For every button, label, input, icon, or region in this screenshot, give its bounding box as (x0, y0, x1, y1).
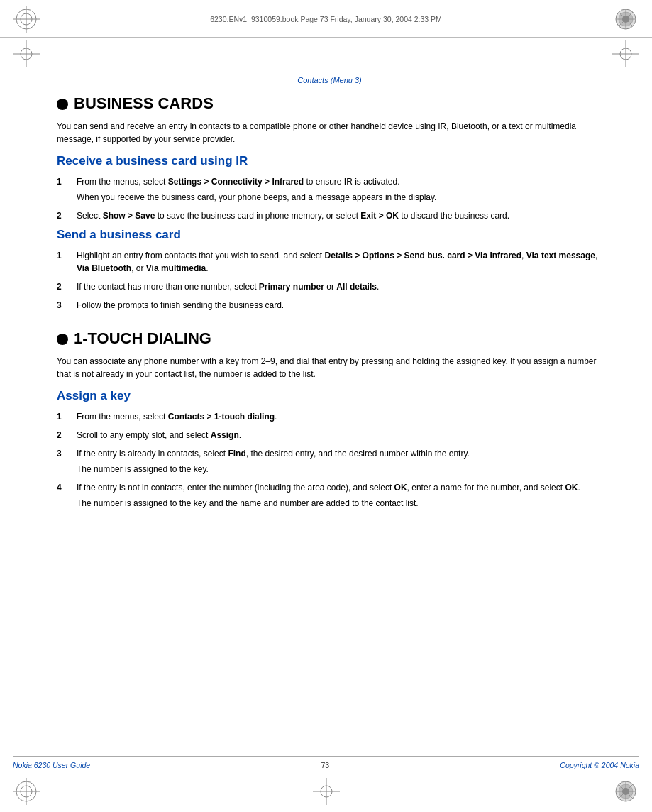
footer-content: Nokia 6230 User Guide 73 Copyright © 200… (0, 757, 652, 775)
list-item: 2 Scroll to any empty slot, and select A… (57, 429, 602, 441)
list-item: 2 If the contact has more than one numbe… (57, 280, 602, 293)
bullet-dot-1 (57, 99, 68, 110)
chapter-header: Contacts (Menu 3) (57, 76, 602, 84)
top-right-starburst-icon (612, 6, 639, 33)
bottom-right-starburst-icon (612, 778, 639, 805)
list-content: Highlight an entry from contacts that yo… (77, 249, 602, 275)
page-header-text: 6230.ENv1_9310059.book Page 73 Friday, J… (40, 15, 612, 23)
list-content: Select Show > Save to save the business … (77, 209, 602, 222)
page: 6230.ENv1_9310059.book Page 73 Friday, J… (0, 0, 652, 812)
subsection2-title: Send a business card (57, 228, 602, 242)
list-number: 3 (57, 447, 68, 476)
content-area: Contacts (Menu 3) BUSINESS CARDS You can… (0, 69, 652, 530)
bottom-center-crosshair-icon (313, 778, 340, 805)
list-content: From the menus, select Contacts > 1-touc… (77, 410, 602, 423)
section1-title: BUSINESS CARDS (57, 94, 602, 113)
footer-left: Nokia 6230 User Guide (13, 761, 90, 769)
list-subtext: The number is assigned to the key. (77, 463, 602, 476)
list-content: If the entry is already in contacts, sel… (77, 447, 602, 476)
section1-title-text: BUSINESS CARDS (74, 94, 214, 113)
section2-title: 1-TOUCH DIALING (57, 329, 602, 348)
list-content: If the contact has more than one number,… (77, 280, 602, 293)
list-item: 1 From the menus, select Contacts > 1-to… (57, 410, 602, 423)
assign-list: 1 From the menus, select Contacts > 1-to… (57, 410, 602, 510)
list-item: 2 Select Show > Save to save the busines… (57, 209, 602, 222)
list-content: Follow the prompts to finish sending the… (77, 299, 602, 312)
page-header: 6230.ENv1_9310059.book Page 73 Friday, J… (0, 0, 652, 38)
list-content: From the menus, select Settings > Connec… (77, 175, 602, 204)
list-item: 1 Highlight an entry from contacts that … (57, 249, 602, 275)
bottom-left-crosshair-icon (13, 778, 40, 805)
list-number: 1 (57, 410, 68, 423)
footer-center: 73 (321, 761, 329, 769)
section2-intro: You can associate any phone number with … (57, 355, 602, 380)
subsection1-title: Receive a business card using IR (57, 154, 602, 168)
top-left-crosshair-icon (13, 6, 40, 33)
footer-area: Nokia 6230 User Guide 73 Copyright © 200… (0, 756, 652, 812)
list-number: 1 (57, 175, 68, 204)
section2-title-text: 1-TOUCH DIALING (74, 329, 211, 348)
top-left-second-crosshair-icon (13, 40, 40, 67)
list-item: 4 If the entry is not in contacts, enter… (57, 481, 602, 510)
list-number: 2 (57, 429, 68, 441)
second-header-row (0, 38, 652, 69)
footer-corners-row (0, 775, 652, 812)
receive-list: 1 From the menus, select Settings > Conn… (57, 175, 602, 222)
list-subtext: When you receive the business card, your… (77, 191, 602, 204)
list-number: 1 (57, 249, 68, 275)
send-list: 1 Highlight an entry from contacts that … (57, 249, 602, 312)
footer-right: Copyright © 2004 Nokia (560, 761, 639, 769)
bullet-dot-2 (57, 334, 68, 345)
section-separator (57, 322, 602, 322)
list-number: 4 (57, 481, 68, 510)
list-subtext: The number is assigned to the key and th… (77, 497, 602, 510)
list-content: If the entry is not in contacts, enter t… (77, 481, 602, 510)
section1-intro: You can send and receive an entry in con… (57, 120, 602, 146)
list-content: Scroll to any empty slot, and select Ass… (77, 429, 602, 441)
list-number: 2 (57, 280, 68, 293)
list-item: 3 If the entry is already in contacts, s… (57, 447, 602, 476)
assign-key-title: Assign a key (57, 389, 602, 403)
list-item: 3 Follow the prompts to finish sending t… (57, 299, 602, 312)
list-number: 3 (57, 299, 68, 312)
list-number: 2 (57, 209, 68, 222)
list-item: 1 From the menus, select Settings > Conn… (57, 175, 602, 204)
top-right-second-crosshair-icon (612, 40, 639, 67)
